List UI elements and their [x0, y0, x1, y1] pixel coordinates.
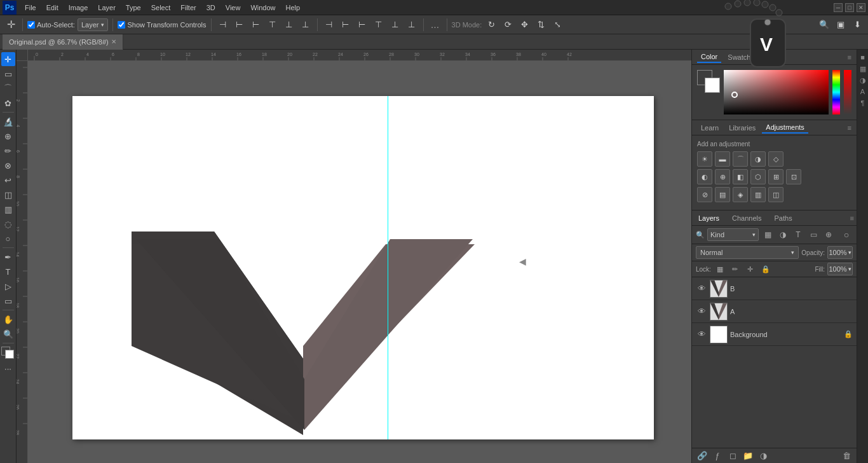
layer-row-a[interactable]: 👁 A [692, 300, 857, 323]
menu-edit[interactable]: Edit [42, 3, 63, 13]
menu-view[interactable]: View [221, 3, 245, 13]
layer-visibility-background[interactable]: 👁 [696, 329, 707, 340]
align-center-h-btn[interactable]: ⊢ [233, 18, 247, 32]
tab-original[interactable]: Original.psd @ 66.7% (RGB/8#) ✕ [3, 34, 123, 50]
layer-visibility-b[interactable]: 👁 [696, 283, 707, 294]
dist-top-btn[interactable]: ⊤ [372, 18, 386, 32]
align-left-btn[interactable]: ⊣ [216, 18, 230, 32]
lock-position-icon[interactable]: ✛ [744, 263, 757, 275]
kind-select[interactable]: Kind ▾ [707, 228, 759, 241]
hue-slider[interactable] [832, 70, 840, 114]
filter-smart-icon[interactable]: ⊕ [822, 228, 835, 241]
tool-quick-select[interactable]: ✿ [1, 96, 15, 110]
side-adj-icon[interactable]: ◑ [858, 75, 868, 85]
adj-colorbalance-icon[interactable]: ⊕ [715, 169, 730, 184]
filter-toggle-icon[interactable]: ○ [840, 228, 853, 241]
adj-curves-icon[interactable]: ⌒ [733, 151, 748, 167]
view-btn[interactable]: ▣ [834, 18, 848, 32]
align-bottom-btn[interactable]: ⊥ [299, 18, 313, 32]
tool-gradient[interactable]: ▥ [1, 202, 15, 216]
align-right-btn[interactable]: ⊢ [249, 18, 263, 32]
align-center-v-btn[interactable]: ⊥ [282, 18, 296, 32]
tool-select-rect[interactable]: ▭ [1, 67, 15, 81]
transform-controls-checkbox[interactable]: Show Transform Controls [118, 21, 206, 29]
adj-exposure-icon[interactable]: ◑ [750, 151, 766, 167]
adj-posterize-icon[interactable]: ▤ [715, 187, 730, 202]
panel-collapse-btn[interactable]: ◀ [519, 256, 526, 266]
fg-bg-swatch[interactable] [697, 70, 720, 93]
layer-row-b[interactable]: 👁 B [692, 277, 857, 300]
tool-hand[interactable]: ✋ [1, 312, 15, 326]
color-tab[interactable]: Color [697, 52, 721, 63]
lock-all-icon[interactable]: 🔒 [759, 263, 772, 275]
color-picker-gradient[interactable] [724, 70, 829, 114]
adj-threshold-icon[interactable]: ◈ [733, 187, 748, 202]
add-style-btn[interactable]: ƒ [711, 450, 724, 462]
filter-adj-icon[interactable]: ◑ [776, 228, 789, 241]
auto-select-checkbox[interactable]: Auto-Select: [27, 21, 75, 29]
filter-type-icon[interactable]: T [792, 228, 804, 241]
tool-blur[interactable]: ◌ [1, 217, 15, 231]
layer-visibility-a[interactable]: 👁 [696, 306, 707, 317]
link-layers-btn[interactable]: 🔗 [696, 450, 709, 462]
3d-slide-btn[interactable]: ⇅ [534, 18, 548, 32]
dist-left-btn[interactable]: ⊣ [322, 18, 336, 32]
adj-photofilter-icon[interactable]: ⬡ [750, 169, 766, 184]
tool-heal[interactable]: ⊕ [1, 129, 15, 143]
tool-path-select[interactable]: ▷ [1, 279, 15, 293]
fg-bg-colors[interactable] [1, 347, 15, 361]
layers-options-icon[interactable]: ≡ [850, 214, 854, 222]
layer-row-background[interactable]: 👁 Background 🔒 [692, 323, 857, 346]
learn-tab[interactable]: Learn [697, 123, 722, 133]
menu-file[interactable]: File [20, 3, 41, 13]
adj-brightness-icon[interactable]: ☀ [697, 151, 712, 167]
3d-scale-btn[interactable]: ⤡ [550, 18, 564, 32]
tool-move[interactable]: ✛ [1, 52, 15, 66]
fill-value[interactable]: 100% ▾ [827, 263, 853, 275]
tool-eraser[interactable]: ◫ [1, 188, 15, 202]
tool-clone[interactable]: ⊗ [1, 158, 15, 172]
close-btn[interactable]: ✕ [857, 3, 865, 12]
opacity-value[interactable]: 100% ▾ [827, 246, 853, 259]
create-group-btn[interactable]: 📁 [742, 450, 754, 462]
3d-rotate-btn[interactable]: ↻ [484, 18, 498, 32]
tool-pen[interactable]: ✒ [1, 250, 15, 264]
lock-gradient-icon[interactable]: ✏ [729, 263, 742, 275]
side-para-icon[interactable]: ¶ [858, 98, 868, 108]
3d-roll-btn[interactable]: ⟳ [501, 18, 515, 32]
adjustments-tab[interactable]: Adjustments [762, 122, 808, 134]
adj-invert-icon[interactable]: ⊘ [697, 187, 712, 202]
tool-brush[interactable]: ✏ [1, 144, 15, 158]
menu-type[interactable]: Type [121, 3, 146, 13]
minimize-btn[interactable]: ─ [834, 3, 843, 12]
dist-right-btn[interactable]: ⊢ [355, 18, 369, 32]
color-panel-options-icon[interactable]: ≡ [848, 53, 851, 61]
tool-shape[interactable]: ▭ [1, 294, 15, 308]
side-type-icon[interactable]: A [858, 86, 868, 97]
tool-lasso[interactable]: ⌒ [1, 81, 15, 95]
menu-help[interactable]: Help [281, 3, 305, 13]
layers-tab-paths[interactable]: Paths [768, 212, 799, 225]
dist-center-v-btn[interactable]: ⊥ [388, 18, 402, 32]
adj-blackwhite-icon[interactable]: ◧ [733, 169, 748, 184]
delete-layer-btn[interactable]: 🗑 [840, 450, 853, 462]
menu-filter[interactable]: Filter [176, 3, 200, 13]
side-color-icon[interactable]: ■ [858, 52, 868, 62]
color-gradient[interactable] [724, 70, 829, 114]
adj-hsl-icon[interactable]: ◐ [697, 169, 712, 184]
adj-colorlookup-icon[interactable]: ⊡ [786, 169, 801, 184]
dist-center-h-btn[interactable]: ⊢ [339, 18, 353, 32]
blend-mode-select[interactable]: Normal ▾ [696, 246, 799, 259]
filter-pixel-icon[interactable]: ▦ [761, 228, 774, 241]
document-canvas[interactable] [28, 61, 691, 463]
tool-type[interactable]: T [1, 265, 15, 279]
create-adj-btn[interactable]: ◑ [757, 450, 770, 462]
side-layers-icon[interactable]: ▦ [858, 64, 868, 74]
menu-window[interactable]: Window [246, 3, 280, 13]
lock-pixel-icon[interactable]: ▦ [714, 263, 726, 275]
menu-3d[interactable]: 3D [202, 3, 220, 13]
tool-eyedrop[interactable]: 🔬 [1, 114, 15, 128]
adj-levels-icon[interactable]: ▬ [715, 151, 730, 167]
swatches-tab[interactable]: Swatches [724, 52, 762, 62]
maximize-btn[interactable]: □ [845, 3, 854, 12]
